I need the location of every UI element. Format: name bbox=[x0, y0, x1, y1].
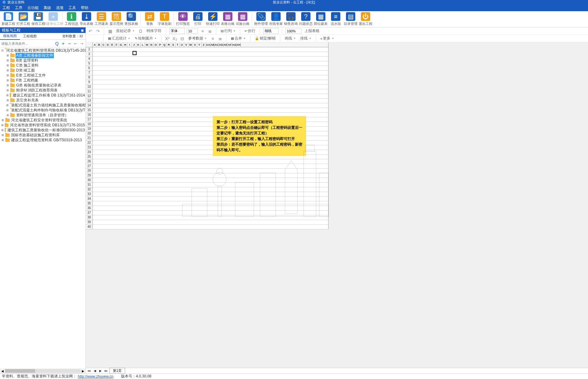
tree-item[interactable]: ⊞河北省市政资料管理系统 DB13(J)/T176-2015 bbox=[0, 123, 86, 128]
col-header[interactable]: X bbox=[193, 42, 197, 47]
tree-item[interactable]: ⊞河北省建筑工程安全资料管理系统 bbox=[0, 118, 86, 123]
tree-item[interactable]: ⊞F类 工程档案 bbox=[0, 78, 86, 83]
col-header[interactable]: AG bbox=[232, 42, 236, 47]
special-char-button[interactable]: 特殊字符 bbox=[145, 28, 163, 34]
tree-item[interactable]: ⊞建筑工程施工质量验收统一标准GB50300-2013 bbox=[0, 128, 86, 133]
tree-item[interactable]: ⊞装配式混凝土剪力墙结构施工及质量验收规程 DB13(J)/T182 bbox=[0, 103, 86, 108]
col-header[interactable]: N bbox=[149, 42, 154, 47]
add-icon[interactable]: + bbox=[61, 41, 66, 46]
tree-item[interactable]: ⊞国标市政基础设施工程资料库 bbox=[0, 133, 86, 138]
panel-pin-icon[interactable]: ▣ bbox=[81, 29, 84, 32]
toolbar-新建工程[interactable]: 📄新建工程 bbox=[1, 12, 16, 27]
toolbar-字体批刷[interactable]: T字体批刷 bbox=[157, 12, 172, 27]
menu-选项[interactable]: 选项 bbox=[56, 5, 63, 11]
toolbar-查找表格[interactable]: 🔍查找表格 bbox=[124, 12, 138, 27]
wrap-button[interactable]: ↩ 折行 bbox=[243, 28, 257, 34]
tree-item[interactable]: ⊞E类 工程竣工文件 bbox=[0, 73, 86, 78]
tree-item[interactable]: ⊞D类 竣工图 bbox=[0, 68, 86, 73]
select-all-corner[interactable] bbox=[86, 42, 93, 47]
row-header[interactable]: 31 bbox=[86, 183, 93, 187]
row-header[interactable]: 22 bbox=[86, 141, 93, 145]
sheet-prev-icon[interactable]: ◀ bbox=[93, 369, 97, 372]
tree-item[interactable]: ⊞C类 施工资料 bbox=[0, 63, 86, 68]
row-header[interactable]: 6 bbox=[86, 66, 93, 70]
sum-stat-button[interactable]: ▦ 汇总统计▼ bbox=[107, 35, 132, 42]
row-header[interactable]: 30 bbox=[86, 178, 93, 182]
toolbar-流水段[interactable]: ≡流水段 bbox=[329, 12, 343, 27]
drawline-button[interactable]: 画线▼ bbox=[283, 35, 297, 42]
col-header[interactable]: I bbox=[128, 42, 132, 47]
tree-item[interactable]: ⊞其它类补充表 bbox=[0, 98, 86, 103]
row-header[interactable]: 20 bbox=[86, 131, 93, 136]
toolbar-部位建表[interactable]: ▦部位建表 bbox=[314, 12, 328, 27]
col-header[interactable]: L bbox=[141, 42, 145, 47]
font-name-select[interactable]: 宋体 bbox=[169, 28, 185, 34]
sheet-next-icon[interactable]: ▶ bbox=[98, 369, 103, 372]
toolbar-退出工程[interactable]: ⏻退出工程 bbox=[358, 12, 373, 27]
menu-云功能[interactable]: 云功能 bbox=[27, 5, 39, 11]
superscript-icon[interactable]: X² bbox=[165, 36, 170, 41]
row-header[interactable]: 40 bbox=[86, 225, 93, 229]
col-header[interactable]: J bbox=[132, 42, 136, 47]
col-header[interactable]: AB bbox=[210, 42, 215, 47]
sheet-first-icon[interactable]: ⏮ bbox=[87, 369, 91, 372]
toolbar-打印[interactable]: 🖨打印 bbox=[191, 12, 205, 27]
status-link[interactable]: http://www.zhuyew.cn bbox=[78, 374, 114, 379]
row-header[interactable]: 9 bbox=[86, 80, 93, 84]
row-header[interactable]: 33 bbox=[86, 192, 93, 196]
row-header[interactable]: 28 bbox=[86, 169, 93, 173]
zoom-select[interactable]: 100% bbox=[285, 29, 301, 34]
record-icon[interactable]: ▦ bbox=[107, 28, 113, 34]
sort-button[interactable]: 排线▼ bbox=[299, 35, 313, 42]
col-header[interactable]: O bbox=[154, 42, 158, 47]
toolbar-表格台账[interactable]: ▦表格台账 bbox=[221, 12, 235, 27]
row-header[interactable]: 14 bbox=[86, 103, 93, 108]
ref-data-button[interactable]: 参考数据▼ bbox=[187, 35, 208, 42]
line-style-select[interactable]: 细线 bbox=[263, 28, 279, 34]
col-header[interactable]: A bbox=[93, 42, 97, 47]
col-header[interactable]: Z bbox=[202, 42, 206, 47]
row-header[interactable]: 35 bbox=[86, 201, 93, 206]
tree-item[interactable]: ⊞装配式混凝土构件制作与验收标准 DB13(J)/T181-2015 bbox=[0, 108, 86, 113]
align-v-icon[interactable]: ≣ bbox=[217, 36, 223, 41]
font-size-select[interactable]: 10 bbox=[187, 29, 198, 34]
row-header[interactable]: 39 bbox=[86, 220, 93, 224]
row-header[interactable]: 38 bbox=[86, 215, 93, 220]
row-header[interactable]: 23 bbox=[86, 145, 93, 150]
row-header[interactable]: 17 bbox=[86, 117, 93, 122]
toolbar-目录管理[interactable]: ▤目录管理 bbox=[343, 12, 358, 27]
merge-button[interactable]: ▦ 合并▼ bbox=[230, 35, 247, 42]
col-header[interactable]: D bbox=[106, 42, 110, 47]
row-header[interactable]: 4 bbox=[86, 57, 93, 61]
menu-帮助[interactable]: 帮助 bbox=[81, 5, 88, 11]
draw-pic-button[interactable]: ✎ 绘制图片▼ bbox=[133, 35, 158, 42]
row-header[interactable]: 26 bbox=[86, 159, 93, 164]
tree-item[interactable]: ⊟河北省建筑工程资料管理系统 DB13(J)/T145-2012 bbox=[0, 48, 86, 53]
row-header[interactable]: 34 bbox=[86, 197, 93, 201]
row-header[interactable]: 27 bbox=[86, 164, 93, 168]
toolbar-工程信息[interactable]: ℹ工程信息 bbox=[64, 12, 79, 27]
row-header[interactable]: 21 bbox=[86, 136, 93, 140]
toolbar-打印预览[interactable]: 👁打印预览 bbox=[176, 12, 190, 27]
col-header[interactable]: T bbox=[175, 42, 180, 47]
col-header[interactable]: U bbox=[180, 42, 184, 47]
align-ud-icon[interactable]: ≣ bbox=[207, 28, 213, 34]
tree-item[interactable]: ⊞G类 检验批质量验收记录表 bbox=[0, 83, 86, 88]
tree-item[interactable]: ⊞B类 监理资料 bbox=[0, 58, 86, 63]
tree-item[interactable]: ⊞A类 工程准备阶段文件 bbox=[0, 53, 86, 58]
toolbar-在线专家[interactable]: 👤在线专家 bbox=[269, 12, 283, 27]
toolbar-试验台账[interactable]: ▦试验台账 bbox=[236, 12, 250, 27]
toolbar-问题状态[interactable]: ?问题状态 bbox=[299, 12, 313, 27]
upload-table-button[interactable]: 上报表格 bbox=[303, 28, 321, 34]
row-header[interactable]: 12 bbox=[86, 94, 93, 98]
prev-icon[interactable]: ← bbox=[73, 41, 78, 46]
undo-icon[interactable]: ↶ bbox=[88, 28, 93, 34]
toolbar-附件管理[interactable]: 📎附件管理 bbox=[254, 12, 268, 27]
row-header[interactable]: 18 bbox=[86, 122, 93, 126]
toolbar-销售咨询[interactable]: 🎧销售咨询 bbox=[284, 12, 298, 27]
row-header[interactable]: 15 bbox=[86, 108, 93, 112]
row-header[interactable]: 24 bbox=[86, 150, 93, 154]
row-header[interactable]: 16 bbox=[86, 113, 93, 117]
row-header[interactable]: 8 bbox=[86, 75, 93, 80]
menu-工具[interactable]: 工具 bbox=[68, 5, 76, 11]
